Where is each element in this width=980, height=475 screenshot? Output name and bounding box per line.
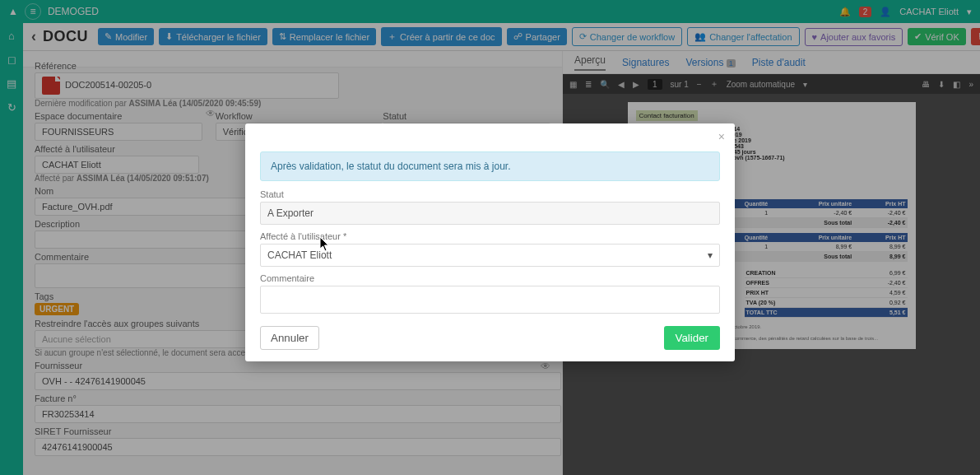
cancel-button[interactable]: Annuler [260, 326, 319, 350]
validation-modal: × Après validation, le statut du documen… [245, 123, 735, 361]
modal-statut-label: Statut [260, 189, 720, 199]
chevron-down-icon: ▾ [708, 249, 713, 261]
modal-comm-label: Commentaire [260, 273, 720, 283]
close-icon[interactable]: × [718, 130, 725, 143]
validate-button[interactable]: Valider [664, 326, 721, 350]
modal-overlay: × Après validation, le statut du documen… [0, 0, 980, 475]
modal-affecte-select[interactable]: CACHAT Eliott ▾ [260, 244, 720, 267]
modal-comm-input[interactable] [260, 286, 720, 314]
info-banner: Après validation, le statut du document … [260, 151, 720, 181]
modal-affecte-label: Affecté à l'utilisateur * [260, 231, 720, 241]
modal-statut-field: A Exporter [260, 202, 720, 225]
